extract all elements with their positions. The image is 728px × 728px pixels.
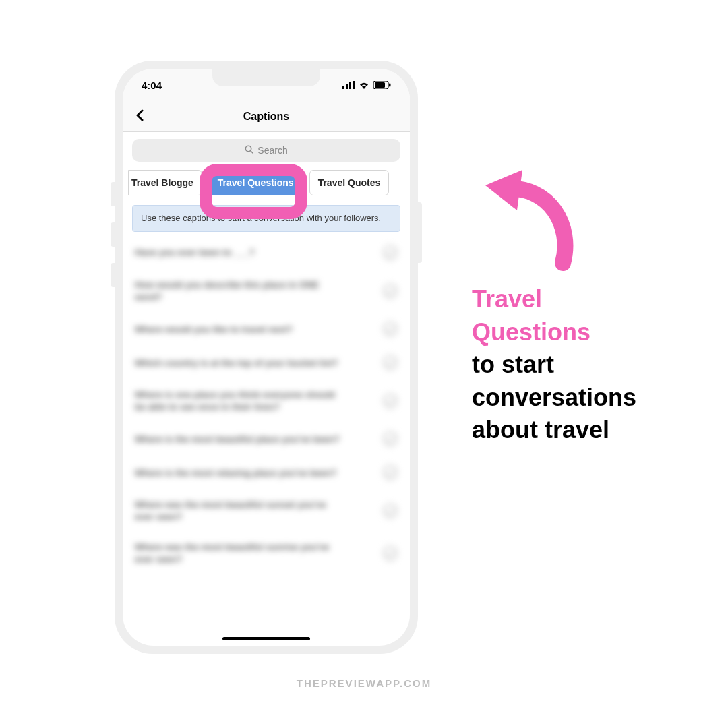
footer-watermark: THEPREVIEWAPP.COM (0, 677, 728, 689)
phone-notch (212, 69, 320, 86)
checkmark-icon[interactable] (383, 355, 398, 370)
caption-text: How would you describe this place in ONE… (135, 279, 344, 303)
phone-frame: 4:04 Captions (115, 61, 418, 654)
annotation-black-2: conversations (472, 382, 688, 415)
list-item[interactable]: Where is one place you think everyone sh… (123, 380, 410, 422)
list-item[interactable]: Where was the most beautiful sunrise you… (123, 532, 410, 574)
annotation-black-1: to start (472, 348, 688, 382)
checkmark-icon[interactable] (383, 322, 398, 336)
chip-travel-questions[interactable]: Travel Questions (209, 170, 303, 195)
back-chevron-icon[interactable] (135, 108, 144, 125)
info-banner: Use these captions to start a conversati… (132, 205, 400, 232)
checkmark-icon[interactable] (383, 245, 398, 260)
svg-rect-2 (349, 82, 351, 89)
caption-text: Where is one place you think everyone sh… (135, 389, 344, 413)
annotation-pink-1: Travel (472, 283, 688, 316)
checkmark-icon[interactable] (383, 465, 398, 480)
checkmark-icon[interactable] (383, 431, 398, 446)
wifi-icon (359, 80, 369, 91)
checkmark-icon[interactable] (383, 546, 398, 561)
caption-text: Have you ever been to ___? (135, 247, 255, 259)
chip-travel-blogger[interactable]: Travel Blogge (128, 170, 202, 195)
svg-rect-1 (346, 84, 348, 89)
caption-text: Where was the most beautiful sunrise you… (135, 541, 344, 565)
battery-icon (373, 80, 391, 91)
annotation-pink-2: Questions (472, 316, 688, 349)
svg-rect-5 (375, 82, 385, 88)
caption-list[interactable]: Have you ever been to ___? How would you… (123, 232, 410, 646)
home-indicator[interactable] (222, 637, 310, 640)
list-item[interactable]: Have you ever been to ___? (123, 236, 410, 270)
cellular-icon (342, 80, 355, 91)
annotation-arrow-icon (475, 162, 590, 276)
list-item[interactable]: How would you describe this place in ONE… (123, 270, 410, 312)
checkmark-icon[interactable] (383, 394, 398, 408)
annotation-text: Travel Questions to start conversations … (472, 283, 688, 447)
checkmark-icon[interactable] (383, 504, 398, 518)
svg-rect-0 (342, 86, 344, 89)
list-item[interactable]: Where is the most beautiful place you've… (123, 422, 410, 456)
list-item[interactable]: Where is the most relaxing place you've … (123, 456, 410, 489)
svg-rect-6 (389, 83, 391, 86)
status-icons (342, 80, 391, 91)
svg-rect-3 (353, 81, 355, 89)
page-title: Captions (243, 111, 289, 123)
search-placeholder: Search (257, 145, 287, 156)
caption-text: Where would you like to travel next? (135, 324, 293, 336)
phone-screen: 4:04 Captions (123, 69, 410, 646)
caption-text: Where was the most beautiful sunset you'… (135, 499, 344, 522)
search-wrap: Search (123, 132, 410, 167)
list-item[interactable]: Where would you like to travel next? (123, 312, 410, 346)
status-time: 4:04 (142, 80, 162, 91)
search-input[interactable]: Search (132, 139, 400, 162)
list-item[interactable]: Where was the most beautiful sunset you'… (123, 489, 410, 532)
nav-bar: Captions (123, 101, 410, 132)
category-chips[interactable]: Travel Blogge Travel Questions Travel Qu… (123, 167, 410, 205)
checkmark-icon[interactable] (383, 284, 398, 299)
annotation-black-3: about travel (472, 414, 688, 447)
search-icon (245, 145, 253, 156)
caption-text: Where is the most relaxing place you've … (135, 467, 337, 479)
svg-line-8 (251, 151, 253, 153)
caption-text: Where is the most beautiful place you've… (135, 433, 340, 446)
list-item[interactable]: Which country is at the top of your buck… (123, 346, 410, 380)
chip-travel-quotes[interactable]: Travel Quotes (309, 170, 390, 195)
caption-text: Which country is at the top of your buck… (135, 357, 338, 369)
